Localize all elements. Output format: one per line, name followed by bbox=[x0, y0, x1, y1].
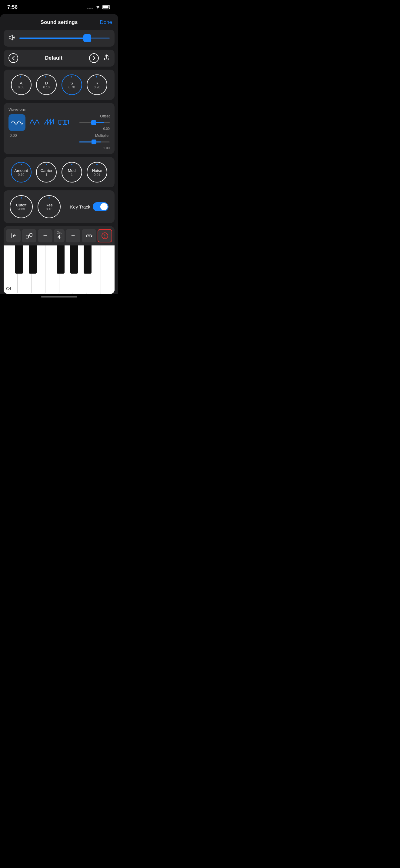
fm-knob-noise[interactable]: Noise 0.01 bbox=[87, 162, 107, 183]
adsr-knob-A[interactable]: A 0.05 bbox=[11, 74, 31, 95]
adsr-knob-R[interactable]: R 0.20 bbox=[87, 74, 107, 95]
filter-knob-cutoff[interactable]: Cutoff 2000 bbox=[10, 195, 33, 218]
keyboard-toolbar: − Oct 4 + bbox=[4, 226, 115, 245]
svg-point-3 bbox=[92, 8, 93, 9]
waveform-label: Waveform bbox=[8, 107, 110, 112]
key-track-toggle[interactable] bbox=[93, 202, 109, 211]
offset-label: Offset bbox=[100, 114, 110, 118]
panel-header: Sound settings Done bbox=[0, 14, 118, 30]
key-track-label: Key Track bbox=[70, 204, 90, 210]
toolbar-arp-button[interactable] bbox=[22, 229, 36, 242]
fm-section: Amount 0.10 Carrier 1 Mod 1 Noise 0.01 bbox=[4, 157, 115, 187]
battery-icon bbox=[103, 5, 111, 9]
svg-point-2 bbox=[90, 8, 91, 9]
waveform-triangle[interactable] bbox=[29, 118, 40, 127]
waveform-square[interactable] bbox=[58, 118, 69, 127]
toolbar-minus-button[interactable]: − bbox=[38, 229, 52, 242]
white-keys bbox=[4, 245, 115, 294]
preset-share-button[interactable] bbox=[104, 54, 110, 62]
piano-c4-label: C4 bbox=[6, 286, 11, 291]
svg-rect-5 bbox=[103, 6, 109, 8]
main-panel: Sound settings Done Default bbox=[0, 14, 118, 294]
oct-display: Oct 4 bbox=[54, 229, 64, 242]
preset-next-button[interactable] bbox=[89, 53, 99, 63]
fm-knob-amount[interactable]: Amount 0.10 bbox=[11, 162, 31, 183]
svg-rect-7 bbox=[26, 235, 28, 238]
white-key-B4[interactable] bbox=[87, 245, 101, 294]
piano-keyboard[interactable]: C4 bbox=[4, 245, 115, 294]
offset-value: 0.00 bbox=[103, 127, 110, 130]
preset-prev-button[interactable] bbox=[8, 53, 18, 63]
signal-icon bbox=[87, 5, 93, 9]
offset-slider[interactable] bbox=[79, 120, 110, 125]
multiplier-label: Multiplier bbox=[95, 133, 110, 138]
adsr-knob-D[interactable]: D 0.10 bbox=[36, 74, 57, 95]
white-key-C5[interactable] bbox=[101, 245, 115, 294]
multiplier-value: 1.00 bbox=[103, 146, 110, 150]
volume-slider[interactable] bbox=[20, 34, 110, 42]
panel-title: Sound settings bbox=[40, 19, 78, 25]
volume-section bbox=[4, 30, 115, 46]
preset-section: Default bbox=[4, 50, 115, 67]
svg-rect-8 bbox=[30, 234, 32, 236]
waveform-section: Waveform bbox=[4, 103, 115, 154]
home-indicator bbox=[41, 296, 77, 298]
white-key-D4[interactable] bbox=[18, 245, 31, 294]
fm-knob-mod[interactable]: Mod 1 bbox=[61, 162, 82, 183]
waveform-value: 0.00 bbox=[10, 133, 73, 138]
white-key-F4[interactable] bbox=[46, 245, 59, 294]
oct-value: 4 bbox=[58, 234, 61, 241]
status-bar: 7:56 bbox=[0, 0, 118, 13]
toolbar-glide-button[interactable] bbox=[6, 229, 21, 242]
adsr-section: A 0.05 D 0.10 S 0.70 R 0.20 bbox=[4, 70, 115, 100]
white-key-G4[interactable] bbox=[59, 245, 73, 294]
svg-point-10 bbox=[105, 237, 106, 238]
volume-icon bbox=[8, 34, 16, 42]
waveform-sawtooth[interactable] bbox=[44, 118, 55, 127]
waveform-selected-sine[interactable] bbox=[8, 114, 25, 131]
adsr-knob-S[interactable]: S 0.70 bbox=[61, 74, 82, 95]
preset-name: Default bbox=[45, 55, 62, 61]
white-key-E4[interactable] bbox=[31, 245, 46, 294]
oct-label: Oct bbox=[57, 231, 61, 234]
toolbar-lips-button[interactable] bbox=[82, 229, 96, 242]
filter-section: Cutoff 2000 Res 0.10 Key Track bbox=[4, 190, 115, 223]
bottom-indicator bbox=[0, 294, 118, 300]
svg-point-0 bbox=[87, 8, 88, 9]
svg-point-1 bbox=[89, 8, 90, 9]
done-button[interactable]: Done bbox=[100, 19, 112, 25]
toolbar-alert-button[interactable] bbox=[97, 229, 112, 242]
status-time: 7:56 bbox=[7, 4, 18, 10]
multiplier-slider[interactable] bbox=[79, 140, 110, 144]
toolbar-plus-button[interactable]: + bbox=[66, 229, 80, 242]
filter-knob-res[interactable]: Res 0.10 bbox=[37, 195, 61, 218]
key-track: Key Track bbox=[70, 202, 109, 211]
svg-marker-6 bbox=[9, 35, 12, 40]
status-icons bbox=[87, 5, 111, 9]
fm-knob-carrier[interactable]: Carrier 1 bbox=[36, 162, 57, 183]
wifi-icon bbox=[95, 5, 101, 9]
white-key-A4[interactable] bbox=[73, 245, 87, 294]
